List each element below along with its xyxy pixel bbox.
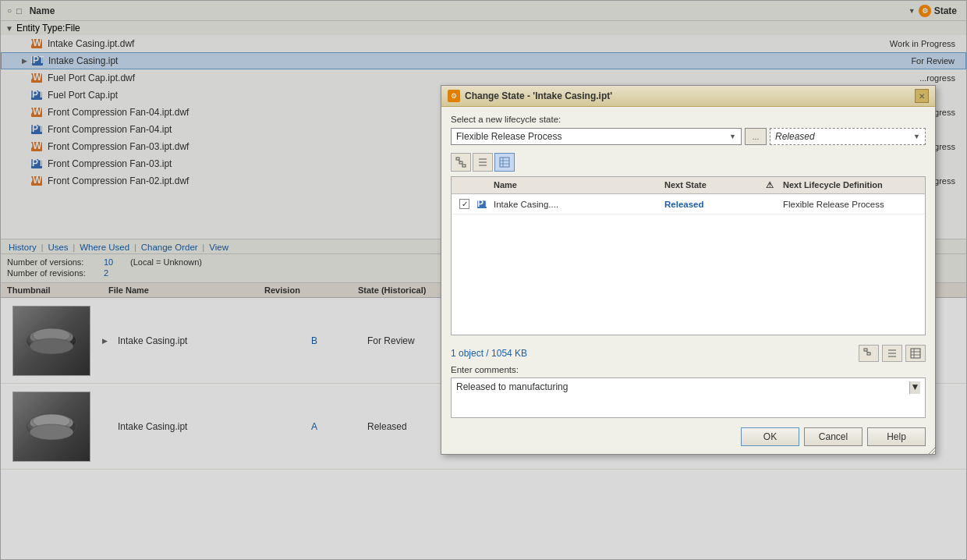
th-warning: ⚠ [763, 179, 780, 191]
lifecycle-process-value: Flexible Release Process [456, 131, 561, 142]
th-lifecycle-def: Next Lifecycle Definition [780, 179, 920, 191]
help-button[interactable]: Help [867, 427, 926, 446]
footer-hierarchy-btn[interactable] [859, 345, 879, 362]
comments-text: Released to manufacturing [456, 381, 909, 392]
svg-line-56 [932, 451, 935, 454]
state-dropdown[interactable]: Released ▼ [770, 128, 926, 145]
state-dropdown-value: Released [775, 131, 815, 142]
state-dropdown-arrow: ▼ [913, 133, 920, 140]
svg-rect-39 [500, 158, 509, 167]
objects-table: Name Next State ⚠ Next Lifecycle Definit… [451, 176, 926, 335]
modal-close-button[interactable]: ✕ [915, 89, 929, 103]
svg-rect-45 [864, 349, 867, 351]
objects-count-label: 1 object / 1054 KB [451, 348, 527, 359]
modal-title: Change State - 'Intake Casing.ipt' [465, 90, 910, 101]
toolbar-list-btn[interactable] [473, 153, 493, 172]
row-icon: IPT [473, 200, 491, 209]
lifecycle-process-dropdown[interactable]: Flexible Release Process ▼ [451, 128, 742, 145]
lifecycle-dropdown-arrow: ▼ [729, 133, 736, 140]
th-name: Name [491, 179, 661, 191]
resize-handle[interactable] [926, 445, 935, 454]
comments-label: Enter comments: [451, 365, 926, 374]
browse-button[interactable]: ... [745, 128, 767, 145]
cancel-button[interactable]: Cancel [804, 427, 863, 446]
footer-list-btn[interactable] [882, 345, 902, 362]
lifecycle-dropdown-row: Flexible Release Process ▼ ... Released … [451, 128, 926, 145]
toolbar-detail-btn[interactable] [494, 153, 515, 172]
svg-rect-32 [456, 158, 459, 160]
row-next-state: Released [661, 200, 763, 209]
change-state-dialog: ⚙ Change State - 'Intake Casing.ipt' ✕ S… [441, 85, 936, 455]
lifecycle-label: Select a new lifecycle state: [451, 115, 926, 124]
modal-overlay: ⚙ Change State - 'Intake Casing.ipt' ✕ S… [1, 1, 966, 559]
dialog-action-buttons: OK Cancel Help [451, 427, 926, 446]
objects-count-info: 1 object / 1054 KB [451, 342, 926, 365]
footer-view-buttons [859, 345, 926, 362]
svg-text:IPT: IPT [476, 200, 487, 209]
row-lifecycle-def: Flexible Release Process [780, 200, 920, 209]
th-icon [473, 179, 491, 191]
svg-rect-33 [459, 161, 462, 164]
svg-rect-34 [462, 165, 466, 167]
modal-body: Select a new lifecycle state: Flexible R… [441, 107, 935, 454]
svg-rect-51 [911, 349, 920, 358]
toolbar-hierarchy-btn[interactable] [451, 153, 471, 172]
modal-toolbar [451, 153, 926, 172]
objects-table-header: Name Next State ⚠ Next Lifecycle Definit… [452, 177, 925, 194]
th-next-state: Next State [661, 179, 763, 191]
th-checkbox [456, 179, 473, 191]
modal-titlebar: ⚙ Change State - 'Intake Casing.ipt' ✕ [441, 86, 935, 107]
row-checkbox[interactable]: ✓ [456, 199, 473, 209]
comments-box[interactable]: Released to manufacturing ▼ [451, 377, 926, 418]
ok-button[interactable]: OK [741, 427, 799, 446]
checkbox[interactable]: ✓ [459, 199, 469, 209]
comments-scrollbar[interactable]: ▼ [909, 381, 920, 394]
object-table-row[interactable]: ✓ IPT Intake Casing.... Released Flexibl… [452, 194, 925, 214]
footer-detail-btn[interactable] [905, 345, 926, 362]
row-name: Intake Casing.... [491, 200, 661, 209]
objects-table-body: ✓ IPT Intake Casing.... Released Flexibl… [452, 194, 925, 335]
svg-rect-46 [867, 353, 870, 355]
modal-title-icon: ⚙ [448, 90, 460, 102]
svg-line-55 [929, 448, 935, 454]
